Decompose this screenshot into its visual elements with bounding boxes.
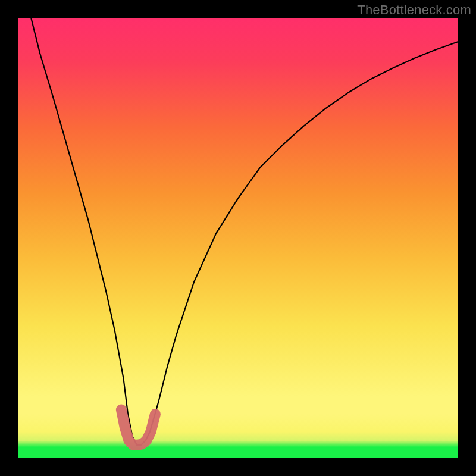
plot-area: [18, 18, 458, 458]
watermark: TheBottleneck.com: [357, 2, 471, 18]
curve-svg: [18, 18, 458, 458]
outer-frame: TheBottleneck.com: [0, 0, 476, 476]
bottleneck-curve: [31, 18, 458, 445]
highlight-bottom: [121, 410, 155, 445]
